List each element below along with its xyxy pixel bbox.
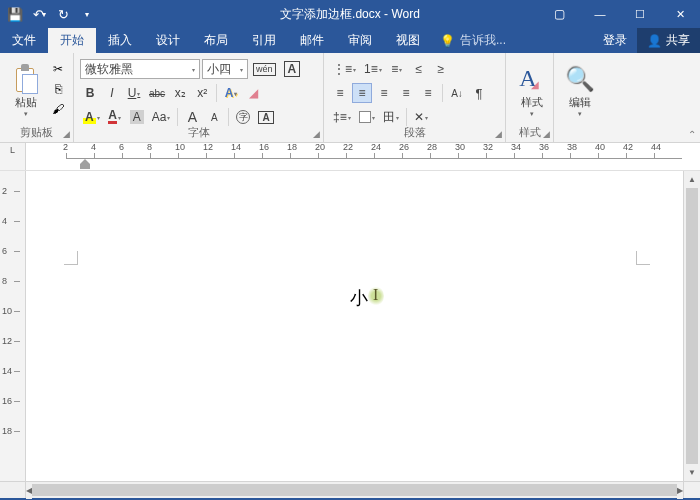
scroll-thumb-h[interactable]: [32, 484, 677, 496]
eraser-icon: ◢: [249, 86, 258, 100]
align-right-button[interactable]: ≡: [374, 83, 394, 103]
share-button[interactable]: 👤共享: [637, 28, 700, 53]
justify-button[interactable]: ≡: [396, 83, 416, 103]
highlight-button[interactable]: A▾: [80, 107, 103, 127]
clear-formatting-button[interactable]: ◢: [243, 83, 263, 103]
tab-file[interactable]: 文件: [0, 28, 48, 53]
ruler-horizontal[interactable]: 2468101214161820222426283032343638404244: [26, 143, 700, 170]
clipboard-launcher[interactable]: ◢: [63, 129, 70, 139]
asian-layout-button[interactable]: ✕▾: [411, 107, 431, 127]
format-painter-button[interactable]: 🖌: [49, 100, 67, 118]
superscript-button[interactable]: x²: [192, 83, 212, 103]
tab-view[interactable]: 视图: [384, 28, 432, 53]
save-button[interactable]: 💾: [4, 3, 26, 25]
char-border2-button[interactable]: A: [255, 107, 276, 127]
scrollbar-horizontal[interactable]: ◀ ▶: [26, 481, 683, 498]
styles-button[interactable]: A◢ 样式 ▾: [512, 56, 552, 124]
ruler-vertical[interactable]: 24681012141618: [0, 171, 26, 481]
styles-label: 样式: [521, 95, 543, 110]
qat-customize[interactable]: ▾: [76, 3, 98, 25]
scroll-thumb-v[interactable]: [686, 188, 698, 464]
tab-layout[interactable]: 布局: [192, 28, 240, 53]
borders-button[interactable]: 田▾: [380, 107, 402, 127]
collapse-ribbon-button[interactable]: ⌃: [688, 129, 696, 140]
tab-insert[interactable]: 插入: [96, 28, 144, 53]
distributed-button[interactable]: ≡: [418, 83, 438, 103]
title-bar: 💾 ↶▾ ↻ ▾ 文字添加边框.docx - Word ▢ — ☐ ✕: [0, 0, 700, 28]
italic-button[interactable]: I: [102, 83, 122, 103]
align-center-button[interactable]: ≡: [352, 83, 372, 103]
minimize-button[interactable]: —: [580, 0, 620, 28]
scrollbar-vertical[interactable]: ▲ ▼: [683, 171, 700, 481]
change-case-button[interactable]: Aa▾: [149, 107, 174, 127]
ribbon: 粘贴 ▾ ✂ ⎘ 🖌 剪贴板 ◢ 微软雅黑▾ 小四▾ wén A B I U▾: [0, 53, 700, 143]
redo-button[interactable]: ↻: [52, 3, 74, 25]
show-marks-button[interactable]: ¶: [469, 83, 489, 103]
paste-label: 粘贴: [15, 95, 37, 110]
subscript-button[interactable]: x₂: [170, 83, 190, 103]
styles-launcher[interactable]: ◢: [543, 129, 550, 139]
clipboard-icon: [12, 63, 40, 95]
paste-button[interactable]: 粘贴 ▾: [6, 56, 46, 124]
tab-references[interactable]: 引用: [240, 28, 288, 53]
tab-selector[interactable]: L: [0, 143, 26, 170]
highlight-icon: A: [83, 110, 96, 124]
cut-button[interactable]: ✂: [49, 60, 67, 78]
char-shading-icon: A: [130, 110, 144, 124]
paragraph-launcher[interactable]: ◢: [495, 129, 502, 139]
bold-button[interactable]: B: [80, 83, 100, 103]
fontcolor-icon: A: [108, 110, 117, 124]
margin-corner-tl: [64, 251, 78, 265]
font-color-button[interactable]: A▾: [105, 107, 125, 127]
group-styles: A◢ 样式 ▾ 样式 ◢: [506, 53, 554, 142]
align-left-button[interactable]: ≡: [330, 83, 350, 103]
shading-button[interactable]: ▾: [356, 107, 378, 127]
increase-indent-button[interactable]: ≥: [431, 59, 451, 79]
enclose-char-button[interactable]: 字: [233, 107, 253, 127]
grow-font-button[interactable]: A: [182, 107, 202, 127]
close-button[interactable]: ✕: [660, 0, 700, 28]
font-name-combo[interactable]: 微软雅黑▾: [80, 59, 200, 79]
copy-button[interactable]: ⎘: [49, 80, 67, 98]
undo-button[interactable]: ↶▾: [28, 3, 50, 25]
underline-button[interactable]: U▾: [124, 83, 144, 103]
page: 小: [54, 171, 664, 481]
document-text[interactable]: 小: [350, 286, 368, 310]
text-effects-button[interactable]: A▾: [221, 83, 241, 103]
char-border-icon: A: [284, 61, 301, 77]
sort-button[interactable]: A↓: [447, 83, 467, 103]
chevron-down-icon: ▾: [24, 110, 28, 118]
char-shading-button[interactable]: A: [127, 107, 147, 127]
find-icon: 🔍: [565, 63, 595, 95]
group-font: 微软雅黑▾ 小四▾ wén A B I U▾ abc x₂ x² A▾ ◢ A▾…: [74, 53, 324, 142]
decrease-indent-button[interactable]: ≤: [409, 59, 429, 79]
tell-me-label: 告诉我...: [460, 32, 506, 49]
scroll-down-button[interactable]: ▼: [684, 464, 700, 481]
phonetic-guide-button[interactable]: wén: [250, 59, 279, 79]
editing-button[interactable]: 🔍 编辑 ▾: [560, 56, 600, 124]
tell-me-search[interactable]: 💡告诉我...: [432, 28, 514, 53]
font-size-combo[interactable]: 小四▾: [202, 59, 248, 79]
scroll-up-button[interactable]: ▲: [684, 171, 700, 188]
tab-review[interactable]: 审阅: [336, 28, 384, 53]
ribbon-display-options[interactable]: ▢: [542, 0, 576, 28]
char-border2-icon: A: [258, 111, 273, 124]
line-spacing-button[interactable]: ‡≡▾: [330, 107, 354, 127]
strikethrough-button[interactable]: abc: [146, 83, 168, 103]
numbering-button[interactable]: 1≡▾: [361, 59, 385, 79]
font-launcher[interactable]: ◢: [313, 129, 320, 139]
sign-in-button[interactable]: 登录: [593, 32, 637, 49]
maximize-button[interactable]: ☐: [620, 0, 660, 28]
multilevel-button[interactable]: ≡▾: [387, 59, 407, 79]
tab-mailings[interactable]: 邮件: [288, 28, 336, 53]
shrink-font-button[interactable]: A: [204, 107, 224, 127]
group-paragraph: ⋮≡▾ 1≡▾ ≡▾ ≤ ≥ ≡ ≡ ≡ ≡ ≡ A↓ ¶ ‡≡▾ ▾ 田▾: [324, 53, 506, 142]
char-border-button[interactable]: A: [281, 59, 304, 79]
tab-design[interactable]: 设计: [144, 28, 192, 53]
font-name-value: 微软雅黑: [85, 61, 133, 78]
bullets-button[interactable]: ⋮≡▾: [330, 59, 359, 79]
ruler-horizontal-area: L 24681012141618202224262830323436384042…: [0, 143, 700, 171]
indent-marker[interactable]: [80, 159, 90, 169]
page-viewport[interactable]: 小: [26, 171, 683, 481]
tab-home[interactable]: 开始: [48, 28, 96, 53]
